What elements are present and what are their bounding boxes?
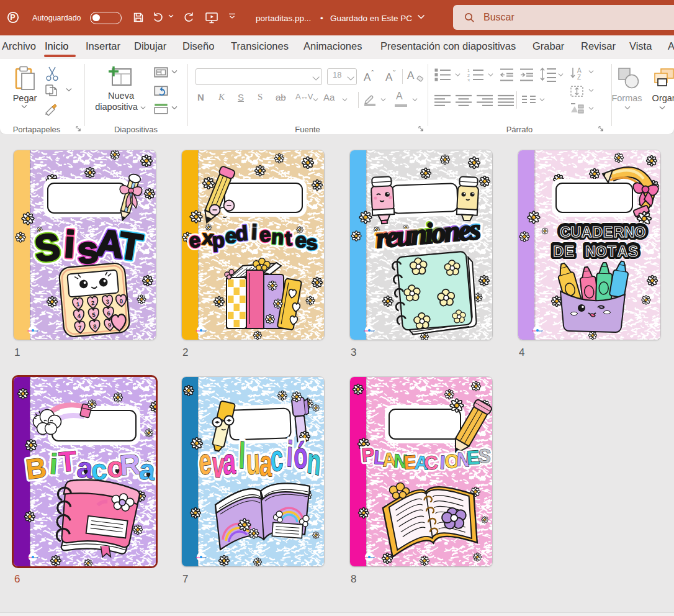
svg-text:R: R: [613, 224, 624, 240]
svg-text:T: T: [608, 243, 617, 260]
svg-text:s: s: [305, 230, 318, 254]
svg-text:d: d: [235, 221, 249, 245]
svg-text:u: u: [246, 441, 261, 482]
svg-text:E: E: [564, 243, 574, 260]
svg-text:p: p: [211, 228, 225, 251]
svg-text:C: C: [560, 224, 570, 240]
svg-text:P: P: [10, 13, 15, 22]
svg-text:Z: Z: [577, 74, 581, 80]
svg-text:2: 2: [91, 299, 94, 306]
svg-text:l: l: [238, 435, 246, 476]
svg-text:e: e: [198, 440, 213, 482]
svg-text:U: U: [570, 224, 581, 240]
svg-text:D: D: [553, 243, 564, 260]
svg-text:7: 7: [78, 324, 82, 331]
svg-text:C: C: [423, 451, 439, 474]
svg-text:3: 3: [467, 78, 470, 81]
svg-text:6: 6: [107, 310, 110, 317]
svg-text:1: 1: [467, 68, 470, 73]
svg-text:3: 3: [106, 298, 109, 305]
svg-text:9: 9: [108, 322, 112, 328]
svg-text:e: e: [259, 223, 271, 247]
svg-text:D: D: [592, 224, 603, 240]
svg-text:N: N: [585, 243, 596, 260]
svg-text:S: S: [628, 243, 638, 260]
svg-text:c: c: [269, 437, 284, 479]
svg-text:a: a: [222, 440, 237, 482]
svg-text:N: N: [624, 224, 634, 240]
svg-text:B: B: [24, 451, 48, 486]
svg-text:2: 2: [467, 73, 470, 78]
svg-text:0: 0: [119, 297, 123, 304]
svg-text:T: T: [58, 445, 78, 478]
svg-text:A: A: [577, 67, 582, 74]
svg-text:O: O: [634, 224, 645, 240]
svg-text:i: i: [251, 220, 258, 243]
svg-text:S: S: [477, 445, 492, 468]
svg-text:S: S: [32, 225, 62, 270]
svg-text:E: E: [603, 224, 613, 240]
svg-text:O: O: [595, 243, 606, 260]
svg-text:e: e: [188, 228, 202, 252]
svg-text:n: n: [271, 225, 285, 248]
svg-text:A: A: [617, 243, 627, 260]
svg-text:a: a: [138, 453, 156, 486]
svg-text:8: 8: [93, 323, 97, 330]
svg-text:A: A: [582, 224, 592, 240]
